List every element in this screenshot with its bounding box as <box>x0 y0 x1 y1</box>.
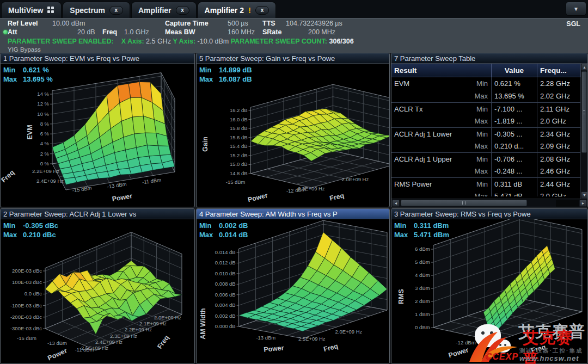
panel-sweep-table[interactable]: 7 Parameter Sweep Table Result Value Fre… <box>391 53 588 207</box>
min-label: Min <box>3 221 23 230</box>
table-cell-mm: Min <box>469 77 492 90</box>
table-cell-val: -0.706 ... <box>492 153 537 165</box>
axis-tick-label: 4 % <box>40 140 50 146</box>
table-cell-freq: 2.46 GHz <box>537 165 579 177</box>
table-row[interactable]: ACLR TxMin-7.100 ...2.11 GHz <box>391 102 580 115</box>
table-row[interactable]: Max0.210 d...2.09 GHz <box>391 140 580 152</box>
table-cell-freq: 2.08 GHz <box>537 153 579 165</box>
tab-multiview-label: MultiView <box>8 6 43 15</box>
table-cell-val: -0.248 ... <box>492 165 537 177</box>
att-value: 20 dB <box>77 28 95 36</box>
table-row[interactable]: Max-0.248 ...2.46 GHz <box>391 165 580 177</box>
panel-table-title[interactable]: 7 Parameter Sweep Table <box>391 53 587 64</box>
axis-tick-label: -15 dBm <box>17 335 36 341</box>
freq-label: Freq <box>102 28 117 36</box>
horizontal-scroll-thumb[interactable] <box>401 200 527 206</box>
sweep-count-value: 306/306 <box>329 38 354 45</box>
panel-rms-title[interactable]: 3 Parameter Sweep: RMS vs Freq vs Powe <box>391 209 587 219</box>
axis-label-xlabel: Power <box>46 347 68 362</box>
table-cell-freq: 2.02 GHz <box>537 90 579 102</box>
vertical-scrollbar[interactable]: ▲ ▼ <box>580 64 587 199</box>
att-label: Att <box>8 28 17 36</box>
table-row[interactable]: RMS PowerMin0.311 dB2.44 GHz <box>391 177 580 190</box>
tab-amplifier-2[interactable]: Amplifier 2 ! x <box>198 2 276 18</box>
tab-spectrum[interactable]: Spectrum x <box>63 2 130 18</box>
tts-label: TTS <box>262 20 275 27</box>
status-header: Ref Level 10.00 dBm Capture Time 500 µs … <box>0 18 588 53</box>
panel-rms-body: Min0.311 dBm Max5.471 dBm 6 dBm5 dBm4 dB… <box>391 219 587 363</box>
table-row[interactable]: Max13.695 %2.02 GHz <box>391 90 580 102</box>
table-row[interactable]: ACLR Adj 1 LowerMin-0.305 ...2.34 GHz <box>391 127 580 140</box>
table-cell-mm: Min <box>469 153 492 165</box>
panel-rms[interactable]: 3 Parameter Sweep: RMS vs Freq vs Powe M… <box>391 208 588 364</box>
scroll-left-icon[interactable]: ◄ <box>392 200 400 207</box>
table-cell-val: -0.305 ... <box>492 128 537 140</box>
table-cell-mm: Min <box>469 103 492 115</box>
table-row[interactable]: Max5.471 dB2.0 GHz <box>391 190 580 196</box>
close-icon[interactable]: x <box>176 6 189 15</box>
vertical-scroll-thumb[interactable] <box>581 71 587 153</box>
close-icon[interactable]: x <box>255 6 269 15</box>
axis-tick-label: 0.006 dB <box>215 292 236 298</box>
column-result[interactable]: Result <box>391 64 492 77</box>
panel-aclr-title[interactable]: 2 Parameter Sweep: ACLR Adj 1 Lower vs <box>1 209 194 219</box>
column-frequency[interactable]: Frequ... <box>537 64 580 77</box>
tab-multiview[interactable]: MultiView <box>1 2 62 18</box>
axis-tick-label: 0.008 dB <box>215 281 236 287</box>
panel-am-width[interactable]: 4 Parameter Sweep: AM Width vs Freq vs P… <box>196 208 390 364</box>
axis-tick-label: 0 dBm <box>415 324 430 330</box>
panel-aclr[interactable]: 2 Parameter Sweep: ACLR Adj 1 Lower vs M… <box>0 208 195 364</box>
multiview-grid-icon <box>47 7 54 14</box>
table-cell-res <box>391 140 469 152</box>
panel-gain[interactable]: 5 Parameter Sweep: Gain vs Freq vs Powe … <box>196 53 390 207</box>
surface-quad <box>131 97 144 117</box>
capture-time-label: Capture Time <box>165 20 209 27</box>
axis-tick-label: 15.0 dB <box>230 161 248 167</box>
tab-amplifier[interactable]: Amplifier x <box>131 2 197 18</box>
scroll-down-icon[interactable]: ▼ <box>581 192 587 199</box>
close-icon[interactable]: x <box>109 6 123 15</box>
axis-tick-label: -100E-03 dBc <box>10 303 42 309</box>
panel-evm-title[interactable]: 1 Parameter Sweep: EVM vs Freq vs Powe <box>1 53 194 64</box>
axis-tick-label: -12 dBm <box>456 340 475 346</box>
panel-am-width-title[interactable]: 4 Parameter Sweep: AM Width vs Freq vs P <box>197 209 389 219</box>
axis-tick-label: 0.004 dB <box>215 302 236 308</box>
max-label: Max <box>3 75 23 84</box>
panel-gain-title[interactable]: 5 Parameter Sweep: Gain vs Freq vs Powe <box>197 53 389 64</box>
table-cell-res: ACLR Tx <box>391 103 469 115</box>
table-cell-freq: 2.44 GHz <box>537 178 579 190</box>
axis-tick-label: -13 dBm <box>47 340 67 346</box>
table-cell-val: 0.210 d... <box>492 140 537 152</box>
tab-amplifier-label: Amplifier <box>138 6 171 15</box>
max-label: Max <box>3 230 23 239</box>
table-row[interactable]: EVMMin0.621 %2.28 GHz <box>391 77 580 90</box>
axis-tick-label: 0.014 dB <box>215 249 236 255</box>
table-cell-mm: Min <box>469 128 492 140</box>
min-label: Min <box>199 221 219 230</box>
axis-label-ylabel: Freq <box>329 192 345 202</box>
axis-tick-label: 2.3E+09 Hz <box>110 333 137 339</box>
max-label: Max <box>394 230 414 239</box>
table-cell-val: 0.311 dB <box>492 178 537 190</box>
tab-overflow-button[interactable]: ▼ <box>566 2 586 16</box>
table-row[interactable]: ACLR Adj 1 UpperMin-0.706 ...2.08 GHz <box>391 152 580 165</box>
sweep-count-label: PARAMETER SWEEP COUNT: <box>231 38 327 45</box>
scroll-up-icon[interactable]: ▲ <box>581 64 587 71</box>
axis-tick-label: 12 % <box>37 101 49 107</box>
chevron-down-icon: ▼ <box>573 6 579 12</box>
panel-evm[interactable]: 1 Parameter Sweep: EVM vs Freq vs Powe M… <box>0 53 195 207</box>
table-rows: EVMMin0.621 %2.28 GHzMax13.695 %2.02 GHz… <box>391 77 580 199</box>
analyzer-screen: MultiView Spectrum x Amplifier x Amplifi… <box>0 0 588 364</box>
y-axis-value: -10.0 dBm <box>198 38 229 45</box>
horizontal-scrollbar[interactable]: ◄ ► <box>391 199 587 207</box>
table-row[interactable]: Max-1.819 ...2.0 GHz <box>391 115 580 127</box>
min-label: Min <box>199 65 219 75</box>
table-cell-res: RMS Power <box>391 178 469 190</box>
scroll-right-icon[interactable]: ► <box>579 200 587 207</box>
surface-quad <box>158 146 171 156</box>
axis-tick-label: 15.6 dB <box>230 134 248 140</box>
capture-time-value: 500 µs <box>228 20 248 27</box>
column-value[interactable]: Value <box>492 64 537 77</box>
am-width-min-value: 0.002 dB <box>219 221 248 230</box>
table-cell-mm: Max <box>469 90 492 102</box>
